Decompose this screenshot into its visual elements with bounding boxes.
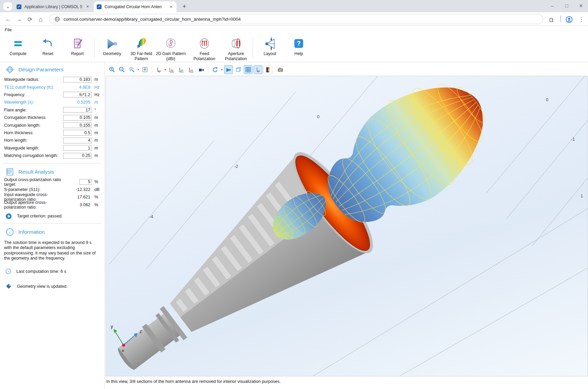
tab-application-library[interactable]: Application Library | COMSOL S ✕ — [14, 2, 93, 11]
section-divider — [3, 223, 102, 224]
waveguide-length-input[interactable] — [63, 145, 92, 151]
projector-camera-icon — [198, 66, 205, 73]
extensions-button[interactable] — [547, 15, 556, 24]
frequency-input[interactable] — [63, 92, 92, 98]
svg-text:i: i — [9, 230, 11, 235]
axis-label: 0 — [546, 98, 548, 102]
triad-z-label: z — [140, 329, 142, 334]
scene-light-toggle[interactable] — [224, 65, 233, 74]
axis-label: -4 — [149, 214, 153, 219]
browser-tabstrip: ⌄ Application Library | COMSOL S ✕ Corru… — [0, 0, 588, 12]
help-button[interactable]: ? Help — [283, 36, 315, 61]
chevron-down-icon[interactable]: ▾ — [137, 68, 139, 71]
3d-far-field-icon — [134, 36, 148, 51]
parameter-row: Corrugation thicknessm — [0, 114, 105, 121]
transparency-toggle[interactable] — [234, 65, 243, 74]
target-criterion-status: Target criterion: passed. — [0, 209, 105, 219]
new-tab-button[interactable]: + — [180, 2, 189, 11]
home-button[interactable]: ⌂ — [36, 15, 45, 24]
window-maximize-button[interactable]: □ — [559, 0, 574, 12]
back-button[interactable]: ← — [3, 15, 13, 24]
tab-close-icon[interactable]: ✕ — [168, 4, 174, 10]
axis-orientation-toggle[interactable] — [254, 65, 262, 74]
parameter-row: Waveguide radius:m — [0, 76, 105, 83]
report-button[interactable]: Report — [61, 36, 93, 61]
browser-menu-button[interactable]: ⋮ — [576, 15, 586, 24]
section-divider — [3, 163, 102, 163]
tab-search-button[interactable]: ⌄ — [3, 2, 12, 11]
camera-icon — [277, 66, 284, 73]
flare-angle-input[interactable] — [63, 107, 92, 113]
layout-button[interactable]: Layout — [254, 36, 286, 61]
parameter-row: TE11 cutoff frequency (fc):4.8E8Hz — [0, 83, 105, 91]
geometry-button[interactable]: Geometry — [96, 36, 128, 61]
compute-button[interactable]: Compute — [2, 36, 34, 61]
status-text: Last computation time: 6 s — [16, 269, 66, 274]
grid-toggle[interactable] — [244, 65, 253, 74]
input-cross-pol-value: 17.621 — [63, 195, 92, 199]
horn-length-input[interactable] — [63, 138, 92, 143]
reload-button[interactable]: ⟳ — [25, 15, 35, 24]
axis-triad-icon — [255, 66, 261, 73]
zoom-in-button[interactable] — [108, 65, 116, 74]
zoom-box-button[interactable] — [127, 65, 136, 74]
xz-view-button[interactable]: xz — [187, 65, 196, 74]
projection-button[interactable] — [197, 65, 206, 74]
feed-polarization-button[interactable]: Feed Polarization — [188, 36, 220, 61]
snapshot-button[interactable] — [276, 65, 285, 74]
window-close-button[interactable]: ✕ — [574, 0, 588, 12]
question-mark-icon: ? — [294, 39, 303, 48]
yz-view-icon: yz — [178, 66, 185, 73]
chevron-down-icon[interactable]: ▾ — [221, 68, 223, 71]
reset-button[interactable]: Reset — [32, 36, 64, 61]
section-title: Information — [18, 229, 45, 235]
rotate-view-button[interactable] — [211, 65, 220, 74]
axis-label: -2 — [234, 164, 238, 169]
horn-thickness-input[interactable] — [63, 130, 92, 136]
kebab-menu-icon: ⋮ — [578, 16, 584, 23]
forward-icon: → — [16, 16, 22, 23]
far-field-3d-button[interactable]: 3D Far-field Pattern — [125, 36, 157, 61]
tab-close-icon[interactable]: ✕ — [85, 4, 90, 10]
axis-label: 1 — [581, 194, 583, 198]
aperture-polarization-button[interactable]: Aperture Polarization — [220, 36, 252, 61]
chevron-down-icon: ⌄ — [6, 4, 10, 9]
waveguide-radius-input[interactable] — [63, 77, 92, 83]
yz-view-button[interactable]: yz — [177, 65, 186, 74]
parameter-row: Flare angle:° — [0, 106, 105, 114]
matching-corrugation-length-input[interactable] — [63, 153, 92, 159]
cross-polarization-target-input[interactable] — [79, 179, 92, 185]
back-icon: ← — [5, 16, 11, 23]
result-analysis-header: Result Analysis — [0, 164, 105, 178]
ribbon-separator — [253, 38, 253, 58]
url-bar[interactable]: comsol.com/server-demo/app/library_corru… — [49, 14, 543, 24]
zoom-extents-button[interactable] — [141, 65, 149, 74]
window-minimize-button[interactable]: – — [545, 0, 559, 12]
forward-button[interactable]: → — [14, 15, 24, 24]
minimize-icon: – — [551, 3, 554, 8]
te11-cutoff-value: 4.8E8 — [63, 85, 92, 90]
view-caption: In this view, 3/8 sections of the horn a… — [106, 379, 281, 384]
maximize-icon: □ — [565, 3, 568, 8]
chevron-down-icon[interactable]: ▾ — [165, 68, 166, 71]
3d-viewport[interactable]: 0 -2 -4 0 -1 1 — [106, 76, 588, 376]
zoom-in-icon — [109, 66, 115, 73]
gain-2d-button[interactable]: 2D Gain Pattern (dBi) — [155, 36, 187, 61]
default-view-button[interactable] — [154, 65, 163, 74]
corrugation-length-input[interactable] — [63, 122, 92, 128]
app-ribbon: Compute Reset Report Geometry 3D F — [0, 34, 588, 62]
profile-button[interactable] — [564, 15, 574, 24]
information-header: i Information — [0, 225, 105, 238]
xy-view-button[interactable]: xy — [167, 65, 176, 74]
tab-corrugated-horn[interactable]: Corrugated Circular Horn Anten ✕ — [94, 1, 177, 12]
section-title: Result Analysis — [18, 169, 54, 175]
corrugation-thickness-input[interactable] — [63, 115, 92, 121]
section-title: Design Parameters — [18, 67, 63, 73]
layout-horn-icon — [263, 36, 277, 51]
list-document-icon — [5, 167, 14, 176]
zoom-out-button[interactable] — [117, 65, 126, 74]
parameter-row: Waveguide length:m — [0, 144, 105, 152]
tab-title: Application Library | COMSOL S — [24, 4, 82, 9]
file-menu[interactable]: File — [5, 28, 12, 32]
color-legend-toggle[interactable] — [263, 65, 272, 74]
